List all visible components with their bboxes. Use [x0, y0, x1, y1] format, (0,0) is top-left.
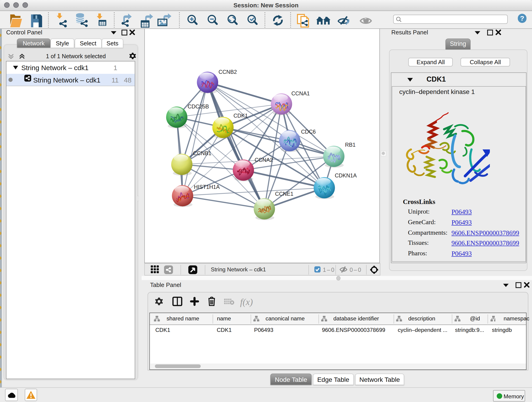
svg-text:CCNB2: CCNB2: [218, 69, 237, 75]
svg-text:CCNA1: CCNA1: [291, 91, 310, 97]
svg-text:CDC25B: CDC25B: [187, 104, 209, 109]
svg-text:CDC6: CDC6: [301, 129, 316, 135]
svg-text:CCNE1: CCNE1: [275, 191, 293, 197]
svg-text:CCNA2: CCNA2: [254, 157, 273, 163]
svg-text:HIST1H1A: HIST1H1A: [194, 184, 220, 190]
svg-text:CCNB1: CCNB1: [193, 150, 211, 156]
svg-text:CDKN1A: CDKN1A: [335, 173, 356, 179]
svg-text:RB1: RB1: [345, 142, 355, 148]
svg-text:f(x): f(x): [240, 297, 253, 307]
svg-text:CDK1: CDK1: [233, 113, 248, 119]
